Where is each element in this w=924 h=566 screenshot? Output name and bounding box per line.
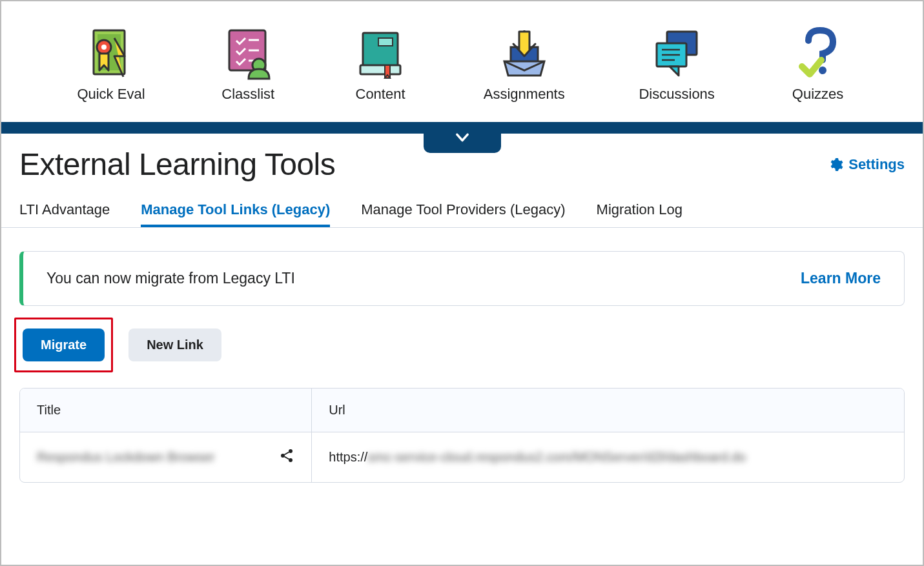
settings-link[interactable]: Settings: [828, 156, 905, 173]
migrate-alert: You can now migrate from Legacy LTI Lear…: [19, 251, 905, 306]
svg-point-3: [101, 45, 107, 50]
nav-content[interactable]: Content: [351, 24, 409, 103]
link-url-rest: smc-service-cloud.respondus2.com/MONServ…: [367, 450, 746, 464]
migrate-button[interactable]: Migrate: [23, 328, 105, 361]
tab-manage-tool-links[interactable]: Manage Tool Links (Legacy): [141, 201, 330, 227]
discussions-icon: [648, 24, 706, 82]
th-url: Url: [312, 389, 904, 432]
alert-message: You can now migrate from Legacy LTI: [46, 270, 295, 287]
nav-discussions[interactable]: Discussions: [639, 24, 714, 103]
svg-rect-10: [378, 38, 393, 46]
nav-quizzes[interactable]: Quizzes: [789, 24, 847, 103]
nav-expand-bar: [1, 122, 923, 134]
nav-label: Discussions: [639, 86, 714, 103]
nav-label: Assignments: [484, 86, 565, 103]
nav-assignments[interactable]: Assignments: [484, 24, 565, 103]
content-icon: [351, 24, 409, 82]
tab-manage-tool-providers[interactable]: Manage Tool Providers (Legacy): [361, 201, 565, 227]
table-row: Respondus Lockdown Browser: [20, 432, 904, 483]
assignments-icon: [495, 24, 553, 82]
nav-label: Content: [356, 86, 406, 103]
svg-point-19: [819, 66, 826, 74]
migrate-highlight: Migrate: [14, 318, 113, 372]
new-link-button[interactable]: New Link: [128, 328, 221, 361]
svg-point-22: [289, 458, 293, 462]
nav-expand-toggle[interactable]: [424, 122, 501, 153]
tab-lti-advantage[interactable]: LTI Advantage: [19, 201, 110, 227]
tool-links-table: Title Url Respondus Lockdown Browser: [19, 388, 905, 483]
nav-classlist[interactable]: Classlist: [219, 24, 277, 103]
tab-migration-log[interactable]: Migration Log: [597, 201, 683, 227]
svg-line-23: [285, 452, 289, 455]
action-bar: Migrate New Link: [14, 318, 910, 372]
gear-icon: [828, 157, 843, 172]
svg-point-21: [289, 449, 293, 453]
svg-line-24: [285, 457, 289, 460]
link-url-prefix: https://: [329, 450, 367, 464]
share-icon[interactable]: [279, 448, 294, 467]
nav-label: Classlist: [221, 86, 274, 103]
nav-quick-eval[interactable]: Quick Eval: [77, 24, 145, 103]
nav-label: Quizzes: [792, 86, 843, 103]
svg-rect-11: [360, 65, 400, 74]
nav-label: Quick Eval: [77, 86, 145, 103]
page-title: External Learning Tools: [19, 147, 335, 182]
th-title: Title: [20, 389, 312, 432]
learn-more-link[interactable]: Learn More: [801, 270, 881, 287]
svg-point-20: [281, 454, 285, 458]
classlist-icon: [219, 24, 277, 82]
settings-label: Settings: [848, 156, 905, 173]
top-nav: Quick Eval Classlist: [1, 1, 923, 122]
quizzes-icon: [789, 24, 847, 82]
link-url-cell: https://smc-service-cloud.respondus2.com…: [312, 432, 904, 483]
chevron-down-icon: [453, 128, 471, 147]
quick-eval-icon: [82, 24, 140, 82]
link-title[interactable]: Respondus Lockdown Browser: [37, 450, 215, 465]
tabs: LTI Advantage Manage Tool Links (Legacy)…: [1, 182, 923, 228]
